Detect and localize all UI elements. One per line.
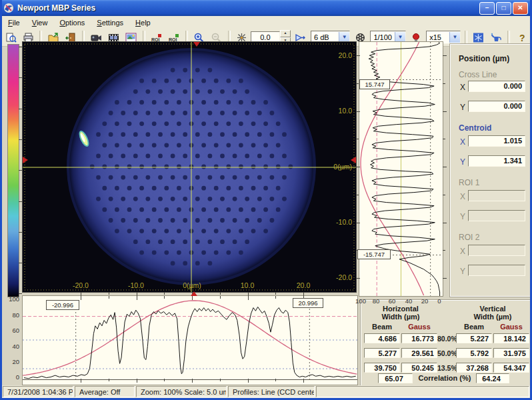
menu-settings[interactable]: Settings — [91, 17, 129, 28]
hplot-axis-label: 20 — [3, 358, 19, 365]
app-icon — [3, 3, 14, 13]
roi2-y-field — [468, 265, 525, 276]
toolbar-separator — [465, 31, 467, 44]
cross-line-label: Cross Line — [459, 70, 497, 79]
v-gauss-13-field: 54.347 — [493, 363, 529, 373]
vplot-axis-label: 0 — [435, 297, 444, 305]
status-datetime: 7/31/2008 1:04:36 PM — [3, 386, 73, 397]
vertical-marker-top: 15.747 — [359, 79, 390, 89]
svg-text:?: ? — [519, 33, 525, 43]
freeze-button[interactable] — [471, 29, 487, 45]
v-beam-50-field: 5.792 — [456, 348, 492, 358]
centroid-y-field: 1.341 — [468, 155, 525, 167]
app-window: Newport MBP Series – □ ✕ File View Optio… — [0, 0, 532, 400]
intensity-colorbar — [7, 44, 19, 297]
roi2-x-label: X — [460, 247, 465, 256]
roi1-label: ROI 1 — [459, 178, 479, 187]
h-beam-80-field: 4.686 — [364, 333, 400, 343]
centroid-x-label: X — [460, 137, 465, 147]
status-average: Average: Off — [75, 386, 135, 397]
clip-level-80: 80.0% — [437, 335, 456, 343]
beam-column-header: Beam — [364, 323, 400, 331]
vertical-marker-bottom: -15.747 — [357, 249, 391, 259]
h-gauss-13-field: 50.245 — [401, 363, 437, 373]
open-report-button[interactable] — [3, 29, 19, 45]
beam-column-header: Beam — [456, 323, 492, 331]
status-zoom-scale: Zoom: 100% Scale: 5.0 um/div — [136, 386, 227, 397]
hplot-axis-label: 80 — [3, 311, 19, 319]
vplot-axis-label: 100 — [354, 297, 367, 305]
roi1-y-label: Y — [460, 212, 465, 221]
cross-y-field: 0.000 — [468, 101, 525, 112]
close-button[interactable]: ✕ — [513, 2, 528, 15]
cross-x-label: X — [460, 83, 465, 92]
v-beam-80-field: 5.227 — [456, 333, 492, 343]
help-icon: ? — [516, 33, 527, 43]
hplot-axis-label: 100 — [3, 295, 19, 303]
status-empty — [316, 386, 529, 397]
h-gauss-50-field: 29.561 — [401, 348, 437, 358]
cross-y-label: Y — [460, 103, 465, 112]
v-gauss-80-field: 18.142 — [493, 333, 529, 343]
chevron-down-icon[interactable] — [449, 32, 460, 43]
roi2-label: ROI 2 — [459, 233, 479, 242]
cross-x-field: 0.000 — [468, 81, 525, 92]
vplot-axis-label: 80 — [370, 297, 382, 305]
v-gauss-50-field: 31.975 — [493, 348, 529, 358]
hplot-axis-label: 40 — [3, 343, 19, 350]
gauss-column-header: Gauss — [493, 323, 529, 331]
snowflake-icon — [473, 33, 484, 43]
menu-help[interactable]: Help — [129, 17, 157, 28]
menu-file[interactable]: File — [2, 17, 26, 28]
beam-image — [23, 42, 356, 292]
horizontal-width-header: Horizontal Width (µm) — [364, 305, 437, 321]
width-panel: Horizontal Width (µm) Vertical Width (µm… — [361, 300, 532, 386]
centroid-label: Centroid — [459, 123, 491, 133]
calibration-button[interactable] — [488, 29, 504, 45]
centroid-x-field: 1.015 — [468, 135, 525, 147]
menu-view[interactable]: View — [26, 17, 54, 28]
hplot-axis-label: 0 — [3, 373, 19, 381]
vplot-axis-label: 40 — [403, 297, 415, 305]
v-correlation-field: 64.24 — [476, 373, 509, 383]
h-beam-50-field: 5.277 — [364, 348, 400, 358]
menu-options[interactable]: Options — [53, 17, 91, 28]
vplot-axis-label: 20 — [419, 297, 431, 305]
status-bar: 7/31/2008 1:04:36 PM Average: Off Zoom: … — [2, 385, 530, 398]
roi1-x-field — [468, 190, 525, 201]
roi2-y-label: Y — [460, 267, 465, 276]
watering-can-icon — [491, 33, 502, 43]
centroid-marker-bottom — [191, 291, 197, 296]
roi1-x-label: X — [460, 192, 465, 201]
position-panel: Position (µm) Cross Line X 0.000 Y 0.000… — [450, 44, 532, 297]
beam-image-view[interactable] — [22, 41, 357, 293]
clip-level-50: 50.0% — [437, 349, 456, 357]
help-button[interactable]: ? — [513, 29, 529, 45]
minimize-button[interactable]: – — [479, 2, 495, 15]
h-gauss-80-field: 16.773 — [401, 333, 437, 343]
h-correlation-field: 65.07 — [378, 373, 413, 383]
horizontal-marker-left: -20.996 — [46, 300, 79, 310]
open-report-icon — [5, 33, 17, 43]
position-title: Position (µm) — [459, 54, 509, 63]
gauss-column-header: Gauss — [401, 323, 437, 331]
roi2-x-field — [468, 245, 525, 256]
centroid-y-label: Y — [460, 157, 465, 167]
vplot-axis-label: 60 — [386, 297, 398, 305]
title-bar: Newport MBP Series – □ ✕ — [0, 0, 532, 16]
status-profiles: Profiles: Line (CCD center) — [228, 386, 315, 397]
horizontal-marker-right: 20.996 — [293, 298, 323, 308]
vertical-width-header: Vertical Width (µm) — [456, 305, 529, 321]
clip-level-13: 13.5% — [437, 364, 456, 372]
hplot-axis-label: 60 — [3, 327, 19, 334]
spinner-up-icon[interactable] — [280, 30, 291, 37]
v-beam-13-field: 37.268 — [456, 363, 492, 373]
maximize-button[interactable]: □ — [496, 2, 511, 15]
window-title: Newport MBP Series — [17, 3, 95, 13]
roi1-y-field — [468, 210, 525, 221]
toolbar-separator — [507, 31, 510, 44]
h-beam-13-field: 39.750 — [364, 363, 400, 373]
correlation-label: Correlation (%) — [415, 374, 475, 382]
menu-bar: File View Options Settings Help — [2, 16, 530, 29]
